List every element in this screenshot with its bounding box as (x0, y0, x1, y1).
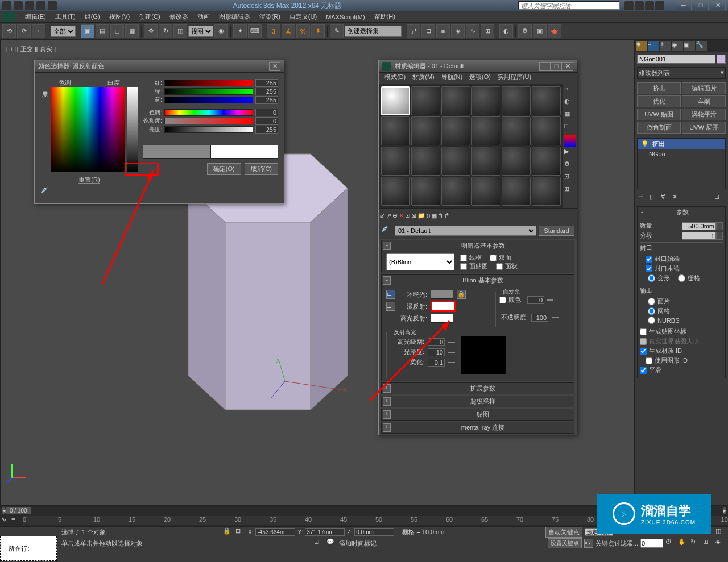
snap-icon[interactable]: 3 (267, 24, 280, 38)
btn-extrude[interactable]: 挤出 (637, 82, 681, 94)
maxscript-listener[interactable]: -- 所在行: (0, 536, 57, 561)
pick-material-icon[interactable]: 💉 (381, 225, 392, 236)
segments-spinner[interactable] (716, 232, 723, 240)
display-tab[interactable]: ▣ (684, 41, 695, 51)
manipulate-icon[interactable]: ✦ (233, 24, 247, 38)
blue-value[interactable] (255, 96, 278, 104)
sample-slot[interactable] (441, 177, 470, 206)
ambient-lock-icon[interactable]: ⊏ (386, 290, 395, 299)
menu-group[interactable]: 组(G) (80, 13, 105, 21)
create-tab[interactable]: ✹ (636, 41, 647, 51)
face-map-checkbox[interactable] (460, 263, 467, 270)
me-maximize-button[interactable]: □ (551, 62, 562, 71)
whiteness-slider[interactable] (127, 87, 138, 172)
btn-bevel-profile[interactable]: 倒角剖面 (637, 122, 681, 134)
params-rollout-header[interactable]: -参数 (638, 207, 725, 218)
segments-input[interactable] (682, 232, 716, 240)
add-time-tag[interactable]: 添加时间标记 (339, 539, 377, 548)
maximize-button[interactable]: □ (693, 1, 709, 10)
spec-level-value[interactable] (428, 338, 445, 346)
link-icon[interactable]: ⟲ (2, 24, 16, 38)
material-editor-icon[interactable]: ◐ (499, 24, 513, 38)
set-key-button[interactable]: 设置关键点 (548, 538, 582, 548)
abs-transform-icon[interactable]: ⊞ (235, 527, 246, 538)
morph-radio[interactable] (648, 274, 655, 282)
key-filters[interactable]: 关键点过滤器... (595, 539, 638, 548)
hue-value[interactable] (255, 109, 278, 116)
btn-edit-patch[interactable]: 编辑面片 (682, 82, 726, 94)
selection-filter-dropdown[interactable]: 全部 (51, 26, 76, 37)
go-forward-icon[interactable]: ↱ (444, 212, 449, 219)
favorites-icon[interactable] (645, 1, 654, 10)
max-toggle-icon[interactable]: ⊞ (703, 538, 713, 548)
backlight-icon[interactable]: ◐ (564, 98, 576, 109)
sample-slot[interactable] (441, 86, 470, 115)
configure-sets-icon[interactable]: ⊞ (714, 193, 725, 203)
me-close-button[interactable]: ✕ (562, 62, 573, 71)
unlink-icon[interactable]: ⟳ (17, 24, 31, 38)
wireframe-checkbox[interactable] (460, 255, 467, 261)
menu-edit[interactable]: 编辑(E) (20, 13, 51, 21)
shader-rollout-header[interactable]: -明暗器基本参数 (382, 240, 574, 251)
sample-slot[interactable] (532, 86, 561, 115)
mirror-icon[interactable]: ⇄ (407, 24, 420, 38)
maps-rollout[interactable]: +贴图 (382, 409, 574, 420)
assign-icon[interactable]: ⊕ (392, 212, 398, 219)
y-coord-input[interactable] (305, 528, 345, 536)
key-icon[interactable]: 🗝 (584, 539, 593, 548)
sample-slot[interactable] (411, 147, 440, 176)
select-by-mat-icon[interactable]: ⊡ (564, 173, 576, 184)
sample-slot[interactable] (502, 177, 531, 206)
undo-icon[interactable] (36, 1, 46, 10)
remove-mod-icon[interactable]: ✕ (672, 193, 682, 203)
val-value[interactable] (255, 126, 278, 134)
menu-customize[interactable]: 自定义(U) (285, 13, 321, 21)
angle-snap-icon[interactable]: ∡ (282, 24, 295, 38)
btn-lathe[interactable]: 车削 (682, 95, 726, 107)
app-logo[interactable] (2, 12, 16, 22)
btn-turbosmooth[interactable]: 涡轮平滑 (682, 109, 726, 120)
val-slider[interactable] (164, 126, 253, 133)
rotate-icon[interactable]: ↻ (159, 24, 172, 38)
self-illum-value[interactable] (527, 296, 544, 304)
stack-item-extrude[interactable]: 💡挤出 (638, 139, 725, 149)
reset-button[interactable]: 重置(R) (40, 176, 138, 184)
sample-slot[interactable] (532, 147, 561, 176)
select-name-icon[interactable]: ▤ (96, 24, 109, 38)
listener-icon[interactable]: 💬 (326, 538, 337, 548)
keyboard-icon[interactable]: ⌨ (248, 24, 262, 38)
sample-slot[interactable] (471, 116, 500, 145)
utilities-tab[interactable]: 🔧 (696, 41, 707, 51)
me-menu-navigate[interactable]: 导航(N) (438, 73, 466, 84)
sample-type-icon[interactable]: ○ (564, 85, 576, 97)
bind-icon[interactable]: ≈ (32, 24, 46, 38)
motion-tab[interactable]: ◉ (672, 41, 683, 51)
spinner-snap-icon[interactable]: ⬍ (311, 24, 325, 38)
use-shape-ids-checkbox[interactable] (646, 357, 652, 364)
red-slider[interactable] (164, 80, 253, 86)
modifier-stack[interactable]: 💡挤出 NGon (637, 138, 726, 189)
named-sets-edit-icon[interactable]: ✎ (330, 24, 344, 38)
cap-end-checkbox[interactable] (646, 265, 652, 272)
menu-views[interactable]: 视图(V) (105, 13, 135, 21)
patch-radio[interactable] (648, 298, 655, 305)
comm-center-icon[interactable] (635, 1, 644, 10)
sample-slot[interactable] (502, 86, 531, 115)
sample-slot-1[interactable] (381, 86, 410, 115)
extended-rollout[interactable]: +扩展参数 (382, 383, 574, 394)
isolate-icon[interactable]: ⊡ (314, 538, 324, 548)
me-menu-material[interactable]: 材质(M) (409, 73, 438, 84)
smooth-checkbox[interactable] (640, 367, 647, 374)
track-config-icon[interactable]: ≡ (11, 516, 20, 525)
ok-button[interactable]: 确定(O) (207, 163, 241, 175)
time-config-icon[interactable]: ⏱ (665, 538, 676, 548)
faceted-checkbox[interactable] (496, 263, 503, 270)
me-minimize-button[interactable]: ─ (539, 62, 551, 71)
eyedropper-icon[interactable]: 💉 (40, 186, 52, 198)
modify-tab[interactable]: ⌁ (648, 41, 659, 51)
opacity-value[interactable] (531, 314, 548, 322)
menu-graph[interactable]: 图形编辑器 (214, 13, 255, 21)
select-region-icon[interactable]: □ (110, 24, 124, 38)
sample-slot[interactable] (381, 116, 410, 145)
amount-input[interactable] (682, 222, 716, 230)
